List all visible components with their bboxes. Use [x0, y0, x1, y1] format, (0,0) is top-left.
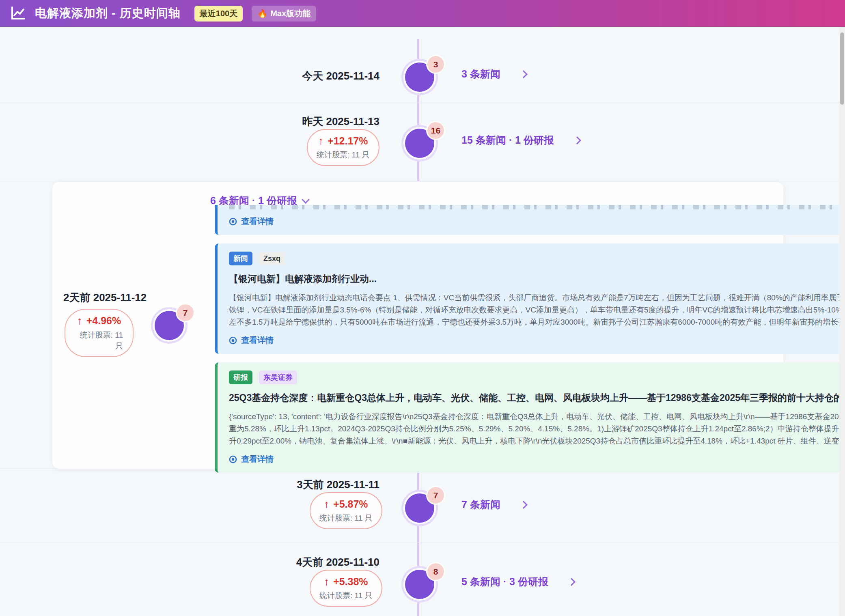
chevron-right-icon	[520, 501, 528, 509]
chevron-right-icon	[567, 578, 576, 586]
change-percent: +5.38%	[333, 576, 368, 587]
news-title: 【银河电新】电解液添加剂行业动...	[229, 273, 845, 285]
timeline-row-expanded: 6 条新闻 · 1 份研报 2天前 2025-11-12 ↑+4.96% 统计股…	[0, 181, 845, 469]
max-feature-badge: 🔥Max版功能	[252, 6, 316, 22]
timeline-node[interactable]: 7	[153, 309, 185, 342]
up-arrow-icon: ↑	[318, 135, 323, 147]
count-badge: 8	[427, 563, 444, 580]
timeline-row-3days: 3天前 2025-11-11 ↑+5.87% 统计股票: 11 只 7 7 条新…	[0, 469, 845, 543]
clipped-text-strip	[229, 205, 845, 209]
timeline-page: 电解液添加剂 - 历史时间轴 最近100天 🔥Max版功能 今天 2025-11…	[0, 0, 845, 616]
report-body-line: 升0.29pct至2.00%，钠电池、复合集流体上涨。\r\n■新能源：光伏、风…	[229, 435, 845, 447]
count-badge: 7	[177, 304, 194, 321]
timeline-row-yesterday: 昨天 2025-11-13 ↑+12.17% 统计股票: 11 只 16 15 …	[0, 103, 845, 181]
timeline-node[interactable]: 7	[403, 492, 436, 524]
scrollbar-thumb[interactable]	[840, 32, 844, 105]
chevron-down-icon	[302, 196, 310, 204]
date-range-badge: 最近100天	[194, 6, 243, 22]
change-pill: ↑+5.38% 统计股票: 11 只	[310, 570, 382, 607]
fire-icon: 🔥	[257, 9, 267, 18]
change-percent: +4.96%	[86, 315, 121, 326]
chevron-right-icon	[573, 136, 581, 144]
report-body-line: {'sourceType': 13, 'content': '电力设备行业深度报…	[229, 411, 845, 423]
stat-label: 统计股票: 11 只	[317, 150, 370, 160]
stat-label: 统计股票: 11 只	[319, 590, 373, 601]
stat-label: 统计股票: 11 只	[319, 513, 373, 523]
app-header: 电解液添加剂 - 历史时间轴 最近100天 🔥Max版功能	[0, 0, 845, 27]
news-body-line: 【银河电新】电解液添加剂行业动态电话会要点 1、供需情况：VC当前供需很紧，头部…	[229, 292, 845, 304]
change-percent: +12.17%	[328, 135, 368, 146]
report-card[interactable]: 研报 东吴证券 25Q3基金持仓深度：电新重仓Q3总体上升，电动车、光伏、储能、…	[215, 362, 845, 473]
date-label: 昨天 2025-11-13	[302, 114, 379, 129]
scrollbar-track[interactable]	[839, 27, 845, 616]
change-pill: ↑+4.96% 统计股票: 11 只	[65, 309, 134, 357]
expanded-panel: 6 条新闻 · 1 份研报 2天前 2025-11-12 ↑+4.96% 统计股…	[52, 181, 784, 469]
timeline-row-today: 今天 2025-11-14 3 3 条新闻	[0, 27, 845, 103]
count-badge: 16	[427, 122, 444, 139]
up-arrow-icon: ↑	[324, 575, 329, 588]
news-link-today[interactable]: 3 条新闻	[461, 67, 526, 81]
date-label: 3天前 2025-11-11	[297, 478, 379, 492]
news-source-badge: Zsxq	[259, 252, 285, 265]
news-link-yesterday[interactable]: 15 条新闻 · 1 份研报	[461, 134, 580, 147]
news-type-badge: 新闻	[229, 252, 252, 265]
timeline-node[interactable]: 16	[403, 127, 436, 159]
count-badge: 3	[427, 56, 444, 73]
eye-icon	[229, 455, 237, 463]
timeline-node[interactable]: 8	[403, 568, 436, 601]
news-link-4days[interactable]: 5 条新闻 · 3 份研报	[461, 575, 574, 588]
news-body-line: 铁锂，VC在铁锂里面的添加量是3.5%-6%（特别是储能，对循环充放电次数要求更…	[229, 304, 845, 316]
timeline-node[interactable]: 3	[403, 61, 436, 93]
report-title: 25Q3基金持仓深度：电新重仓Q3总体上升，电动车、光伏、储能、工控、电网、风电…	[229, 392, 845, 404]
report-body-line: 重为5.28%，环比上升1.13pct。2024Q3-2025Q3持仓比例分别为…	[229, 423, 845, 435]
up-arrow-icon: ↑	[77, 314, 82, 327]
change-pill: ↑+12.17% 统计股票: 11 只	[307, 129, 379, 166]
date-label: 今天 2025-11-14	[302, 69, 379, 83]
page-title: 电解液添加剂 - 历史时间轴	[35, 5, 181, 22]
news-card-clipped[interactable]: 查看详情	[215, 205, 845, 235]
view-details-link[interactable]: 查看详情	[229, 335, 845, 346]
eye-icon	[229, 218, 237, 226]
count-badge: 7	[427, 487, 444, 504]
report-source-badge: 东吴证券	[259, 370, 297, 384]
news-body-line: 差不多1.5万吨是给宁德保供的，只有5000吨在市场进行流通，宁德也还要外采3.…	[229, 316, 845, 328]
timeline: 今天 2025-11-14 3 3 条新闻 昨天 2025-11-13 ↑+12…	[0, 27, 845, 616]
news-link-3days[interactable]: 7 条新闻	[461, 498, 526, 511]
eye-icon	[229, 336, 237, 345]
date-label: 4天前 2025-11-10	[296, 555, 379, 569]
chevron-right-icon	[520, 70, 528, 78]
report-type-badge: 研报	[229, 370, 252, 384]
change-percent: +5.87%	[333, 498, 368, 510]
up-arrow-icon: ↑	[324, 498, 329, 510]
line-chart-icon	[11, 6, 26, 20]
view-details-link[interactable]: 查看详情	[229, 454, 845, 465]
stat-label: 统计股票: 11 只	[75, 330, 123, 351]
date-label: 2天前 2025-11-12	[63, 291, 147, 305]
view-details-link[interactable]: 查看详情	[229, 216, 845, 227]
card-list: 查看详情 新闻 Zsxq 【银河电新】电解液添加剂行业动... 【银河电新】电解…	[215, 205, 845, 473]
news-card[interactable]: 新闻 Zsxq 【银河电新】电解液添加剂行业动... 【银河电新】电解液添加剂行…	[215, 243, 845, 354]
timeline-row-4days: 4天前 2025-11-10 ↑+5.38% 统计股票: 11 只 8 5 条新…	[0, 543, 845, 616]
change-pill: ↑+5.87% 统计股票: 11 只	[310, 492, 382, 529]
